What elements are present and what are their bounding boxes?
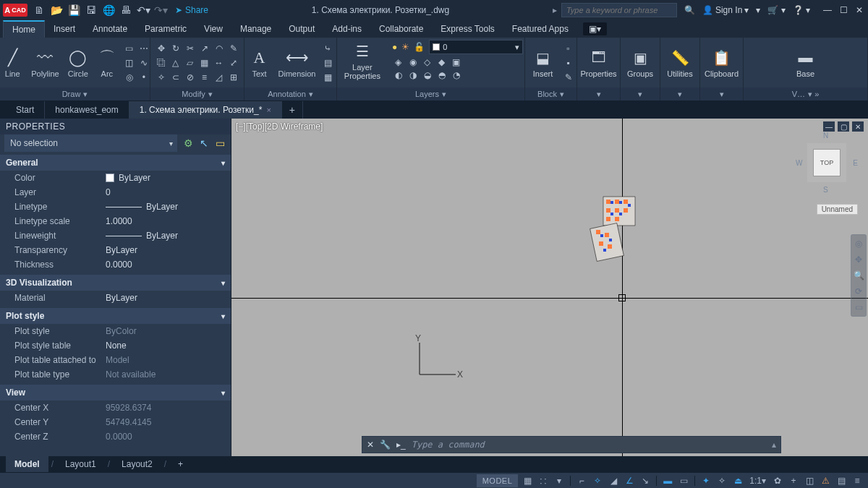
share-button[interactable]: ➤ Share [175, 5, 208, 15]
status-gear-icon[interactable]: ✿ [771, 474, 784, 487]
lay-i9[interactable]: ◓ [435, 69, 448, 81]
status-polar-icon[interactable]: ✧ [591, 474, 604, 487]
draw-spline-icon[interactable]: ∿ [137, 56, 150, 69]
prop-linetype[interactable]: LinetypeByLayer [0, 200, 231, 214]
mod-join-icon[interactable]: ⊂ [169, 71, 182, 84]
lay-i4[interactable]: ◆ [435, 56, 448, 68]
draw-point-icon[interactable]: • [137, 71, 150, 84]
cart-icon[interactable]: 🛒 ▾ [767, 5, 785, 15]
status-warn-icon[interactable]: ⚠ [819, 474, 832, 487]
layout-2[interactable]: Layout2 [113, 456, 161, 472]
menu-manage[interactable]: Manage [231, 20, 280, 38]
nav-show-icon[interactable]: ▭ [853, 301, 864, 313]
panel-draw[interactable]: Draw ▾ [0, 87, 150, 100]
mod-chamfer-icon[interactable]: ◿ [213, 71, 226, 84]
mod-copy-icon[interactable]: ⿻ [155, 56, 168, 69]
prop-center-y[interactable]: Center Y54749.4145 [0, 415, 231, 429]
menu-parametric[interactable]: Parametric [136, 20, 195, 38]
vp-close-icon[interactable]: ✕ [852, 121, 864, 132]
blk-i2[interactable]: ▪ [562, 56, 575, 69]
mod-rotate-icon[interactable]: ↻ [169, 42, 182, 55]
status-ws-icon[interactable]: ◫ [803, 474, 816, 487]
status-otrack-icon[interactable]: ↘ [639, 474, 652, 487]
qat-save-icon[interactable]: 💾 [67, 3, 81, 17]
lay-i1[interactable]: ◈ [392, 56, 405, 68]
qat-saveas-icon[interactable]: 🖫 [84, 3, 98, 17]
prop-color[interactable]: ColorByLayer [0, 171, 231, 185]
prop-thickness[interactable]: Thickness0.0000 [0, 257, 231, 272]
mod-align-icon[interactable]: ≡ [198, 71, 211, 84]
prop-plot-style-table[interactable]: Plot style tableNone [0, 338, 231, 353]
section-3d-visualization[interactable]: 3D Visualization [0, 275, 231, 291]
status-menu-icon[interactable]: ≡ [851, 474, 864, 487]
visual-style-badge[interactable]: Unnamed [817, 204, 858, 215]
blk-i3[interactable]: ✎ [562, 71, 575, 84]
tool-arc[interactable]: ⌒Arc [94, 46, 120, 80]
mod-fillet-icon[interactable]: ◠ [213, 42, 226, 55]
prop-lineweight[interactable]: LineweightByLayer [0, 228, 231, 243]
pick-add-icon[interactable]: ↖ [197, 137, 210, 150]
menu-annotate[interactable]: Annotate [84, 20, 136, 38]
qat-open-icon[interactable]: 📂 [49, 3, 64, 17]
minimize-icon[interactable]: — [822, 4, 833, 16]
tool-polyline[interactable]: 〰Polyline [28, 46, 62, 80]
tool-text[interactable]: AText [247, 46, 273, 80]
status-ui-icon[interactable]: ▤ [835, 474, 848, 487]
menu-insert[interactable]: Insert [45, 20, 84, 38]
viewport-label[interactable]: [−][Top][2D Wireframe] [236, 121, 323, 132]
status-ann-icon[interactable]: ⏏ [731, 474, 744, 487]
menu-express[interactable]: Express Tools [432, 20, 503, 38]
sign-in-button[interactable]: 👤 Sign In ▾ [702, 5, 749, 15]
lay-i5[interactable]: ▣ [450, 56, 463, 68]
tool-circle[interactable]: ◯Circle [65, 46, 91, 80]
status-model[interactable]: MODEL [477, 474, 519, 487]
search-input[interactable] [561, 3, 677, 17]
tab-file1[interactable]: honkawest_eom [45, 101, 129, 119]
qat-redo-icon[interactable]: ↷▾ [153, 3, 168, 17]
app-exchange-icon[interactable]: ▾ [756, 5, 760, 15]
tool-utilities[interactable]: 📏Utilities [661, 46, 698, 80]
prop-material[interactable]: MaterialByLayer [0, 291, 231, 305]
blk-i1[interactable]: ▫ [562, 42, 575, 55]
selection-dropdown[interactable]: No selection [4, 134, 177, 152]
prop-layer[interactable]: Layer0 [0, 185, 231, 200]
search-box[interactable] [561, 3, 677, 17]
lay-i7[interactable]: ◑ [407, 69, 420, 81]
mod-erase-icon[interactable]: ✎ [227, 42, 240, 55]
cmd-close-icon[interactable]: ✕ [367, 440, 374, 450]
tool-layer-props[interactable]: ☰Layer Properties [339, 40, 386, 82]
mod-array-icon[interactable]: ▦ [198, 56, 211, 69]
section-plot-style[interactable]: Plot style [0, 308, 231, 324]
mod-stretch-icon[interactable]: ↔ [213, 56, 226, 69]
cmd-custom-icon[interactable]: 🔧 [380, 440, 391, 450]
close-icon[interactable]: ✕ [854, 4, 865, 16]
search-icon[interactable]: 🔍 [684, 5, 695, 15]
status-grid-icon[interactable]: ▦ [521, 474, 534, 487]
mod-break-icon[interactable]: ⊘ [184, 71, 197, 84]
panel-groups-d[interactable]: ▾ [621, 87, 660, 100]
mod-mirror-icon[interactable]: △ [169, 56, 182, 69]
lay-i10[interactable]: ◔ [450, 69, 463, 81]
prop-plot-table-type[interactable]: Plot table typeNot available [0, 367, 231, 382]
tool-base[interactable]: ▬Base [790, 46, 822, 80]
status-qp-icon[interactable]: ✦ [699, 474, 712, 487]
tab-close-icon[interactable]: × [266, 106, 271, 114]
status-ortho-icon[interactable]: ⌐ [575, 474, 588, 487]
prop-transparency[interactable]: TransparencyByLayer [0, 243, 231, 257]
status-iso-icon[interactable]: ◢ [607, 474, 620, 487]
section-view[interactable]: View [0, 385, 231, 401]
panel-annotation[interactable]: Annotation ▾ [244, 87, 336, 100]
viewcube[interactable]: N W E S TOP [796, 132, 858, 194]
panel-clip-d[interactable]: ▾ [700, 87, 743, 100]
tool-clipboard[interactable]: 📋Clipboard [699, 46, 744, 80]
tab-start[interactable]: Start [6, 101, 45, 119]
menu-featured[interactable]: Featured Apps [503, 20, 577, 38]
layer-bulb-icon[interactable]: ● [392, 42, 397, 52]
menu-addins[interactable]: Add-ins [323, 20, 370, 38]
panel-properties-d[interactable]: ▾ [577, 87, 620, 100]
nav-orbit-icon[interactable]: ⟳ [853, 286, 864, 297]
panel-util-d[interactable]: ▾ [660, 87, 699, 100]
prop-plot-table-attached-to[interactable]: Plot table attached toModel [0, 353, 231, 367]
status-osnap-icon[interactable]: ∠ [623, 474, 636, 487]
nav-zoom-icon[interactable]: 🔍 [853, 270, 864, 281]
